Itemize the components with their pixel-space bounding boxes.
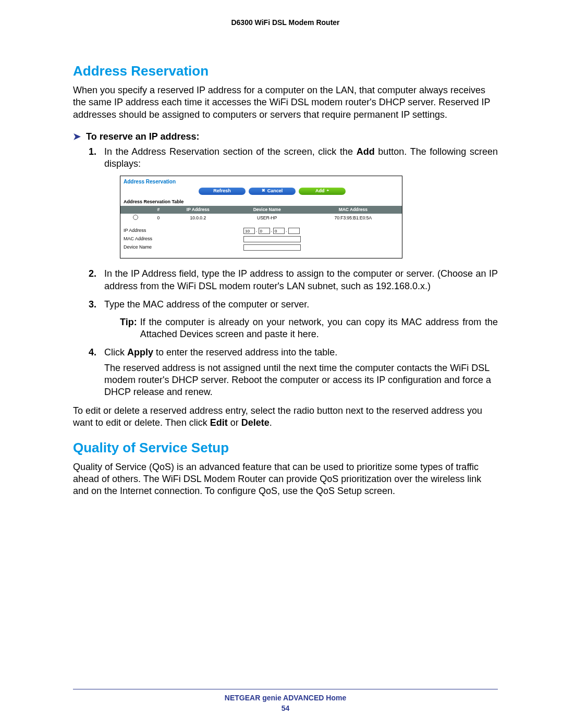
th-device: Device Name [230,206,304,214]
dot-icon: . [286,228,287,234]
th-ip: IP Address [166,206,230,214]
cell-mac: 70:F3:95:B1:E0:5A [304,214,402,223]
form-mac-label: MAC Address [124,236,243,242]
add-plus-icon: + [326,188,329,193]
delete-bold: Delete [241,417,270,428]
step-3-text: Type the MAC address of the computer or … [104,299,309,310]
edit-bold: Edit [210,417,228,428]
reservation-table: # IP Address Device Name MAC Address 0 1… [120,206,402,223]
step-4-after: The reserved address is not assigned unt… [104,362,498,399]
edit-delete-paragraph: To edit or delete a reserved address ent… [73,405,498,429]
th-mac: MAC Address [304,206,402,214]
header-product-title: D6300 WiFi DSL Modem Router [73,18,498,27]
th-num: # [151,206,166,214]
procedure-title: To reserve an IP address: [86,131,199,142]
dot-icon: . [271,228,273,234]
step-1: In the Address Reservation section of th… [89,146,498,259]
step-1-bold: Add [357,146,375,157]
shot-title: Address Reservation [120,176,402,186]
table-header-row: # IP Address Device Name MAC Address [120,206,402,214]
intro-paragraph-address-reservation: When you specify a reserved IP address f… [73,84,498,121]
edit-delete-pre: To edit or delete a reserved address ent… [73,405,482,428]
footer-breadcrumb: NETGEAR genie ADVANCED Home [73,694,498,702]
table-row: 0 10.0.0.2 USER-HP 70:F3:95:B1:E0:5A [120,214,402,223]
tip-label: Tip: [120,316,137,341]
step-4: Click Apply to enter the reserved addres… [89,347,498,399]
add-button[interactable]: Add + [299,188,346,195]
form-device-label: Device Name [124,244,243,251]
row-radio[interactable] [133,215,138,220]
edit-delete-mid: or [228,417,241,428]
ip-octet-2[interactable] [259,228,270,234]
device-name-input[interactable] [243,244,301,251]
step-4-pre: Click [104,347,127,357]
ip-octet-3[interactable] [273,228,285,234]
procedure-arrow-icon: ➤ [73,131,81,143]
cell-ip: 10.0.0.2 [166,214,230,223]
form-ip-label: IP Address [124,228,243,234]
refresh-button-label: Refresh [213,188,231,194]
step-4-post: to enter the reserved address into the t… [153,347,337,357]
cell-device: USER-HP [230,214,304,223]
refresh-button[interactable]: Refresh [199,188,246,195]
add-button-label: Add [315,188,325,194]
cancel-button[interactable]: ✖ Cancel [249,188,296,195]
footer-page-number: 54 [73,704,498,712]
edit-delete-post: . [270,417,272,428]
page-footer: NETGEAR genie ADVANCED Home 54 [73,689,498,712]
step-4-bold: Apply [127,347,153,357]
step-1-text-pre: In the Address Reservation section of th… [104,146,357,157]
step-2-text: In the IP Address field, type the IP add… [104,268,498,291]
ip-octet-4[interactable] [288,228,300,234]
tip-text: If the computer is already on your netwo… [140,316,498,341]
cancel-button-label: Cancel [267,188,283,194]
heading-address-reservation: Address Reservation [73,63,498,79]
address-reservation-screenshot: Address Reservation Refresh ✖ Cancel Add… [120,176,402,259]
step-2: In the IP Address field, type the IP add… [89,268,498,292]
ip-octet-1[interactable] [243,228,255,234]
heading-qos-setup: Quality of Service Setup [73,440,498,456]
mac-input[interactable] [243,236,301,242]
cell-num: 0 [151,214,166,223]
step-3: Type the MAC address of the computer or … [89,299,498,340]
cancel-x-icon: ✖ [262,188,265,193]
reservation-table-label: Address Reservation Table [120,198,402,206]
dot-icon: . [256,228,258,234]
intro-paragraph-qos: Quality of Service (QoS) is an advanced … [73,461,498,498]
